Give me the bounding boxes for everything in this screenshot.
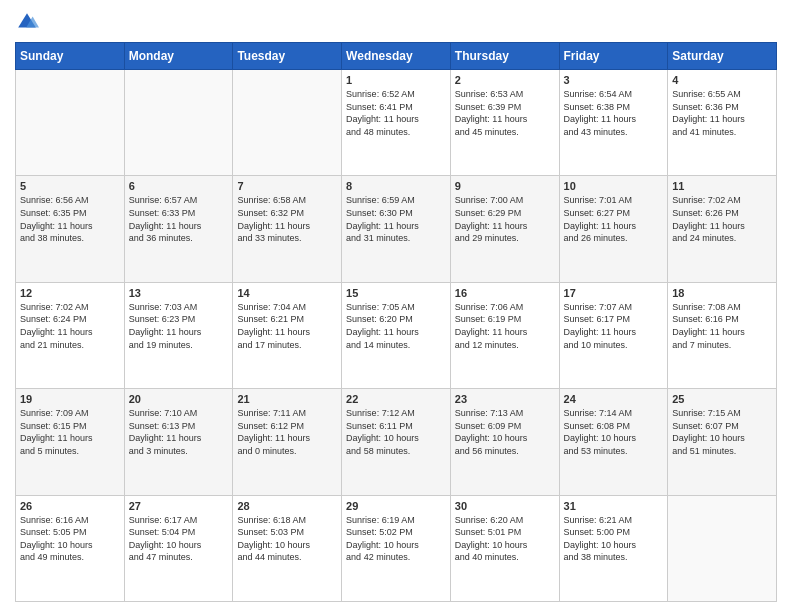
calendar-cell: 18Sunrise: 7:08 AM Sunset: 6:16 PM Dayli… xyxy=(668,282,777,388)
day-info: Sunrise: 7:05 AM Sunset: 6:20 PM Dayligh… xyxy=(346,301,446,351)
day-number: 14 xyxy=(237,287,337,299)
day-info: Sunrise: 6:54 AM Sunset: 6:38 PM Dayligh… xyxy=(564,88,664,138)
calendar-cell: 30Sunrise: 6:20 AM Sunset: 5:01 PM Dayli… xyxy=(450,495,559,601)
day-number: 21 xyxy=(237,393,337,405)
calendar-cell: 19Sunrise: 7:09 AM Sunset: 6:15 PM Dayli… xyxy=(16,389,125,495)
day-number: 8 xyxy=(346,180,446,192)
day-info: Sunrise: 7:13 AM Sunset: 6:09 PM Dayligh… xyxy=(455,407,555,457)
calendar-cell: 24Sunrise: 7:14 AM Sunset: 6:08 PM Dayli… xyxy=(559,389,668,495)
calendar-cell: 26Sunrise: 6:16 AM Sunset: 5:05 PM Dayli… xyxy=(16,495,125,601)
calendar-cell: 7Sunrise: 6:58 AM Sunset: 6:32 PM Daylig… xyxy=(233,176,342,282)
day-number: 19 xyxy=(20,393,120,405)
calendar-week-5: 26Sunrise: 6:16 AM Sunset: 5:05 PM Dayli… xyxy=(16,495,777,601)
day-info: Sunrise: 7:09 AM Sunset: 6:15 PM Dayligh… xyxy=(20,407,120,457)
calendar-cell: 14Sunrise: 7:04 AM Sunset: 6:21 PM Dayli… xyxy=(233,282,342,388)
day-number: 10 xyxy=(564,180,664,192)
weekday-header-monday: Monday xyxy=(124,43,233,70)
calendar-cell: 22Sunrise: 7:12 AM Sunset: 6:11 PM Dayli… xyxy=(342,389,451,495)
day-info: Sunrise: 6:20 AM Sunset: 5:01 PM Dayligh… xyxy=(455,514,555,564)
day-number: 15 xyxy=(346,287,446,299)
day-number: 29 xyxy=(346,500,446,512)
day-number: 5 xyxy=(20,180,120,192)
calendar-cell: 1Sunrise: 6:52 AM Sunset: 6:41 PM Daylig… xyxy=(342,70,451,176)
day-number: 9 xyxy=(455,180,555,192)
day-number: 25 xyxy=(672,393,772,405)
weekday-header-wednesday: Wednesday xyxy=(342,43,451,70)
logo xyxy=(15,10,43,34)
calendar-cell: 12Sunrise: 7:02 AM Sunset: 6:24 PM Dayli… xyxy=(16,282,125,388)
calendar-cell xyxy=(16,70,125,176)
calendar-table: SundayMondayTuesdayWednesdayThursdayFrid… xyxy=(15,42,777,602)
day-number: 27 xyxy=(129,500,229,512)
day-number: 3 xyxy=(564,74,664,86)
day-info: Sunrise: 6:19 AM Sunset: 5:02 PM Dayligh… xyxy=(346,514,446,564)
day-number: 30 xyxy=(455,500,555,512)
weekday-header-sunday: Sunday xyxy=(16,43,125,70)
day-info: Sunrise: 7:10 AM Sunset: 6:13 PM Dayligh… xyxy=(129,407,229,457)
day-info: Sunrise: 7:02 AM Sunset: 6:26 PM Dayligh… xyxy=(672,194,772,244)
day-info: Sunrise: 6:56 AM Sunset: 6:35 PM Dayligh… xyxy=(20,194,120,244)
weekday-header-thursday: Thursday xyxy=(450,43,559,70)
calendar-cell: 5Sunrise: 6:56 AM Sunset: 6:35 PM Daylig… xyxy=(16,176,125,282)
day-info: Sunrise: 6:17 AM Sunset: 5:04 PM Dayligh… xyxy=(129,514,229,564)
day-number: 22 xyxy=(346,393,446,405)
day-info: Sunrise: 6:57 AM Sunset: 6:33 PM Dayligh… xyxy=(129,194,229,244)
calendar-cell: 29Sunrise: 6:19 AM Sunset: 5:02 PM Dayli… xyxy=(342,495,451,601)
day-info: Sunrise: 7:02 AM Sunset: 6:24 PM Dayligh… xyxy=(20,301,120,351)
day-info: Sunrise: 7:15 AM Sunset: 6:07 PM Dayligh… xyxy=(672,407,772,457)
day-info: Sunrise: 6:55 AM Sunset: 6:36 PM Dayligh… xyxy=(672,88,772,138)
page: SundayMondayTuesdayWednesdayThursdayFrid… xyxy=(0,0,792,612)
weekday-header-friday: Friday xyxy=(559,43,668,70)
day-info: Sunrise: 6:16 AM Sunset: 5:05 PM Dayligh… xyxy=(20,514,120,564)
calendar-cell: 31Sunrise: 6:21 AM Sunset: 5:00 PM Dayli… xyxy=(559,495,668,601)
calendar-body: 1Sunrise: 6:52 AM Sunset: 6:41 PM Daylig… xyxy=(16,70,777,602)
calendar-cell: 16Sunrise: 7:06 AM Sunset: 6:19 PM Dayli… xyxy=(450,282,559,388)
calendar-cell: 23Sunrise: 7:13 AM Sunset: 6:09 PM Dayli… xyxy=(450,389,559,495)
day-number: 24 xyxy=(564,393,664,405)
day-number: 6 xyxy=(129,180,229,192)
calendar-cell xyxy=(124,70,233,176)
calendar-cell: 2Sunrise: 6:53 AM Sunset: 6:39 PM Daylig… xyxy=(450,70,559,176)
day-info: Sunrise: 7:01 AM Sunset: 6:27 PM Dayligh… xyxy=(564,194,664,244)
day-info: Sunrise: 6:59 AM Sunset: 6:30 PM Dayligh… xyxy=(346,194,446,244)
day-number: 23 xyxy=(455,393,555,405)
weekday-header-tuesday: Tuesday xyxy=(233,43,342,70)
calendar-cell xyxy=(233,70,342,176)
calendar-cell: 11Sunrise: 7:02 AM Sunset: 6:26 PM Dayli… xyxy=(668,176,777,282)
calendar-cell: 27Sunrise: 6:17 AM Sunset: 5:04 PM Dayli… xyxy=(124,495,233,601)
calendar-week-4: 19Sunrise: 7:09 AM Sunset: 6:15 PM Dayli… xyxy=(16,389,777,495)
day-number: 1 xyxy=(346,74,446,86)
weekday-header-row: SundayMondayTuesdayWednesdayThursdayFrid… xyxy=(16,43,777,70)
calendar-cell: 4Sunrise: 6:55 AM Sunset: 6:36 PM Daylig… xyxy=(668,70,777,176)
day-number: 7 xyxy=(237,180,337,192)
calendar-cell: 25Sunrise: 7:15 AM Sunset: 6:07 PM Dayli… xyxy=(668,389,777,495)
calendar-cell: 6Sunrise: 6:57 AM Sunset: 6:33 PM Daylig… xyxy=(124,176,233,282)
day-number: 17 xyxy=(564,287,664,299)
day-info: Sunrise: 7:08 AM Sunset: 6:16 PM Dayligh… xyxy=(672,301,772,351)
logo-icon xyxy=(15,10,39,34)
calendar-cell: 17Sunrise: 7:07 AM Sunset: 6:17 PM Dayli… xyxy=(559,282,668,388)
day-number: 2 xyxy=(455,74,555,86)
day-number: 26 xyxy=(20,500,120,512)
day-number: 11 xyxy=(672,180,772,192)
day-number: 16 xyxy=(455,287,555,299)
calendar-cell: 21Sunrise: 7:11 AM Sunset: 6:12 PM Dayli… xyxy=(233,389,342,495)
weekday-header-saturday: Saturday xyxy=(668,43,777,70)
calendar-cell: 13Sunrise: 7:03 AM Sunset: 6:23 PM Dayli… xyxy=(124,282,233,388)
calendar-cell xyxy=(668,495,777,601)
day-number: 12 xyxy=(20,287,120,299)
day-info: Sunrise: 7:03 AM Sunset: 6:23 PM Dayligh… xyxy=(129,301,229,351)
day-info: Sunrise: 6:52 AM Sunset: 6:41 PM Dayligh… xyxy=(346,88,446,138)
day-info: Sunrise: 7:07 AM Sunset: 6:17 PM Dayligh… xyxy=(564,301,664,351)
day-info: Sunrise: 6:53 AM Sunset: 6:39 PM Dayligh… xyxy=(455,88,555,138)
day-info: Sunrise: 6:21 AM Sunset: 5:00 PM Dayligh… xyxy=(564,514,664,564)
calendar-cell: 9Sunrise: 7:00 AM Sunset: 6:29 PM Daylig… xyxy=(450,176,559,282)
day-number: 4 xyxy=(672,74,772,86)
day-number: 31 xyxy=(564,500,664,512)
day-info: Sunrise: 7:00 AM Sunset: 6:29 PM Dayligh… xyxy=(455,194,555,244)
day-info: Sunrise: 7:12 AM Sunset: 6:11 PM Dayligh… xyxy=(346,407,446,457)
header xyxy=(15,10,777,34)
day-number: 28 xyxy=(237,500,337,512)
day-info: Sunrise: 6:18 AM Sunset: 5:03 PM Dayligh… xyxy=(237,514,337,564)
calendar-week-1: 1Sunrise: 6:52 AM Sunset: 6:41 PM Daylig… xyxy=(16,70,777,176)
